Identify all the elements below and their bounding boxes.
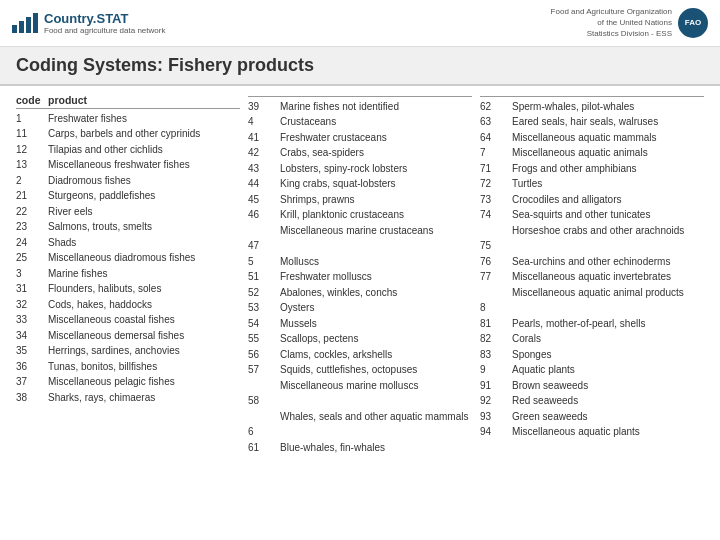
item-code: 51 [248, 269, 276, 285]
list-item: 91Brown seaweeds [480, 378, 704, 394]
item-product: King crabs, squat-lobsters [280, 176, 472, 192]
list-item: 56Clams, cockles, arkshells [248, 347, 472, 363]
item-product: Flounders, halibuts, soles [48, 281, 240, 297]
list-item: 38Sharks, rays, chimaeras [16, 390, 240, 406]
item-product: Miscellaneous coastal fishes [48, 312, 240, 328]
item-code [248, 223, 276, 239]
item-code: 35 [16, 343, 44, 359]
item-product: Eared seals, hair seals, walruses [512, 114, 704, 130]
list-item: Miscellaneous aquatic animal products [480, 285, 704, 301]
item-product: Scallops, pectens [280, 331, 472, 347]
list-item: 11Carps, barbels and other cyprinids [16, 126, 240, 142]
item-code: 53 [248, 300, 276, 316]
list-item: 33Miscellaneous coastal fishes [16, 312, 240, 328]
item-code: 83 [480, 347, 508, 363]
item-code: 93 [480, 409, 508, 425]
list-item: 62Sperm-whales, pilot-whales [480, 99, 704, 115]
list-item: 52Abalones, winkles, conchs [248, 285, 472, 301]
column-1: code product 1Freshwater fishes11Carps, … [12, 94, 244, 456]
item-code: 75 [480, 238, 508, 254]
list-item: 53Oysters [248, 300, 472, 316]
item-product: Freshwater molluscs [280, 269, 472, 285]
item-code: 3 [16, 266, 44, 282]
logo-bars-icon [12, 13, 38, 33]
item-code: 13 [16, 157, 44, 173]
header: Country.STAT Food and agriculture data n… [0, 0, 720, 47]
item-code: 32 [16, 297, 44, 313]
item-product: Frogs and other amphibians [512, 161, 704, 177]
item-code: 2 [16, 173, 44, 189]
item-code: 7 [480, 145, 508, 161]
list-item: 47 [248, 238, 472, 254]
logo-subtitle: Food and agriculture data network [44, 26, 165, 35]
item-product: Abalones, winkles, conchs [280, 285, 472, 301]
list-item: 31Flounders, halibuts, soles [16, 281, 240, 297]
item-code: 46 [248, 207, 276, 223]
item-product: Diadromous fishes [48, 173, 240, 189]
item-product: Corals [512, 331, 704, 347]
list-item: 7Miscellaneous aquatic animals [480, 145, 704, 161]
list-item: 9Aquatic plants [480, 362, 704, 378]
item-code: 1 [16, 111, 44, 127]
list-item: Horseshoe crabs and other arachnoids [480, 223, 704, 239]
item-product: Miscellaneous pelagic fishes [48, 374, 240, 390]
item-code: 92 [480, 393, 508, 409]
list-item: 81Pearls, mother-of-pearl, shells [480, 316, 704, 332]
item-product: Tilapias and other cichlids [48, 142, 240, 158]
item-code: 56 [248, 347, 276, 363]
item-code: 81 [480, 316, 508, 332]
item-code: 57 [248, 362, 276, 378]
item-code: 94 [480, 424, 508, 440]
item-product: Lobsters, spiny-rock lobsters [280, 161, 472, 177]
item-product: Horseshoe crabs and other arachnoids [512, 223, 704, 239]
list-item: 72Turtles [480, 176, 704, 192]
col1-code-header: code [16, 94, 44, 106]
item-product: Oysters [280, 300, 472, 316]
item-product: Clams, cockles, arkshells [280, 347, 472, 363]
list-item: 45Shrimps, prawns [248, 192, 472, 208]
item-product: Herrings, sardines, anchovies [48, 343, 240, 359]
list-item: Miscellaneous marine crustaceans [248, 223, 472, 239]
item-code [248, 409, 276, 425]
list-item: 6 [248, 424, 472, 440]
item-product: Miscellaneous demersal fishes [48, 328, 240, 344]
list-item: 22River eels [16, 204, 240, 220]
item-product: Miscellaneous aquatic animal products [512, 285, 704, 301]
list-item: 43Lobsters, spiny-rock lobsters [248, 161, 472, 177]
item-code: 34 [16, 328, 44, 344]
item-code: 24 [16, 235, 44, 251]
item-product: Crabs, sea-spiders [280, 145, 472, 161]
list-item: 42Crabs, sea-spiders [248, 145, 472, 161]
item-product: Sharks, rays, chimaeras [48, 390, 240, 406]
list-item: Whales, seals and other aquatic mammals [248, 409, 472, 425]
list-item: 12Tilapias and other cichlids [16, 142, 240, 158]
item-product: Miscellaneous diadromous fishes [48, 250, 240, 266]
col1-header: code product [16, 94, 240, 109]
item-product: Freshwater fishes [48, 111, 240, 127]
list-item: 5Molluscs [248, 254, 472, 270]
list-item: 74Sea-squirts and other tunicates [480, 207, 704, 223]
list-item: 37Miscellaneous pelagic fishes [16, 374, 240, 390]
fao-text-line3: Statistics Division - ESS [551, 28, 672, 39]
list-item: 57Squids, cuttlefishes, octopuses [248, 362, 472, 378]
item-product [280, 238, 472, 254]
list-item: 41Freshwater crustaceans [248, 130, 472, 146]
item-code: 61 [248, 440, 276, 456]
item-product: Blue-whales, fin-whales [280, 440, 472, 456]
item-product: Crocodiles and alligators [512, 192, 704, 208]
list-item: 2Diadromous fishes [16, 173, 240, 189]
item-product: Pearls, mother-of-pearl, shells [512, 316, 704, 332]
item-code: 38 [16, 390, 44, 406]
item-code: 9 [480, 362, 508, 378]
item-product: Miscellaneous marine molluscs [280, 378, 472, 394]
item-product: Miscellaneous aquatic invertebrates [512, 269, 704, 285]
list-item: 58 [248, 393, 472, 409]
item-product: Miscellaneous aquatic mammals [512, 130, 704, 146]
list-item: 92Red seaweeds [480, 393, 704, 409]
list-item: 55Scallops, pectens [248, 331, 472, 347]
list-item: 3Marine fishes [16, 266, 240, 282]
item-code: 6 [248, 424, 276, 440]
item-code: 45 [248, 192, 276, 208]
item-code: 44 [248, 176, 276, 192]
list-item: 23Salmons, trouts, smelts [16, 219, 240, 235]
